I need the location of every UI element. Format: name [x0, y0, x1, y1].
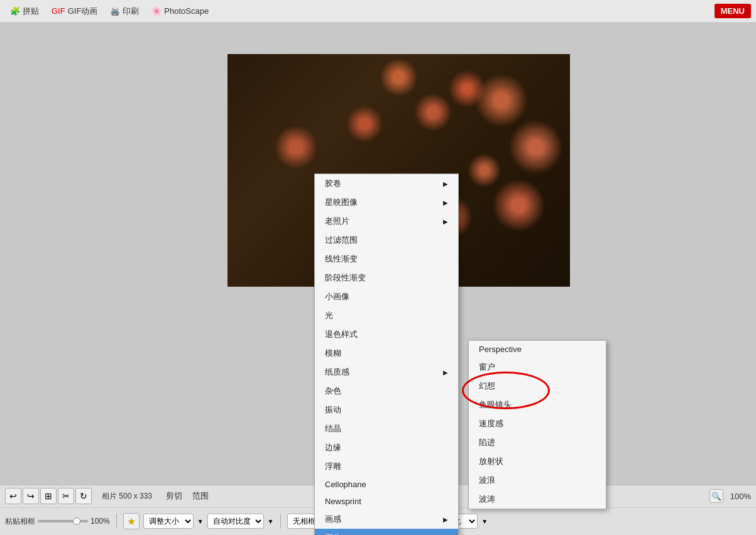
submenu-item-速度感[interactable]: 速度感 — [469, 414, 606, 433]
menu-item-边缘[interactable]: 边缘 — [315, 438, 458, 457]
submenu-item-放射状[interactable]: 放射状 — [469, 452, 606, 471]
action-icons: ↩ ↪ ⊞ ✂ ↻ — [5, 488, 92, 504]
separator2 — [280, 514, 281, 529]
menu-item-光[interactable]: 光 — [315, 306, 458, 325]
menu-item-老照片[interactable]: 老照片 ▶ — [315, 212, 458, 231]
gif-icon: GIF — [52, 6, 65, 16]
menu-item-newsprint[interactable]: Newsprint — [315, 493, 458, 510]
zoom-out-button[interactable]: 🔍 — [709, 489, 723, 503]
arrow-icon: ▶ — [443, 369, 448, 376]
auto-contrast-select[interactable]: 自动对比度 — [207, 514, 264, 529]
zoom-percent: 100% — [726, 492, 751, 501]
submenu-item-幻想[interactable]: 幻想 — [469, 377, 606, 395]
menu-item-杂色[interactable]: 杂色 — [315, 382, 458, 400]
menu-item-歪曲[interactable]: 歪曲 ▶ — [315, 529, 458, 535]
photo-info: 相片 500 x 333 — [94, 491, 160, 502]
submenu-item-鱼眼镜头[interactable]: 鱼眼镜头 — [469, 395, 606, 414]
adjust-size-select[interactable]: 调整大小 — [143, 514, 194, 529]
menu-item-画感[interactable]: 画感 ▶ — [315, 510, 458, 529]
star-icon: ★ — [127, 516, 136, 527]
menu-item-胶卷[interactable]: 胶卷 ▶ — [315, 174, 458, 193]
menu-item-cellophane[interactable]: Cellophane — [315, 476, 458, 493]
photoscape-icon: 🌸 — [151, 6, 162, 16]
menu-item-模糊[interactable]: 模糊 — [315, 344, 458, 363]
submenu-item-窗户[interactable]: 窗户 — [469, 358, 606, 377]
redo-button[interactable]: ↪ — [23, 488, 39, 504]
slider-thumb — [73, 517, 80, 525]
nav-photoscape[interactable]: 🌸 PhotoScape — [146, 4, 214, 18]
range-label: 范围 — [189, 490, 212, 502]
nav-print[interactable]: 🖨️ 印刷 — [105, 3, 144, 19]
star-button[interactable]: ★ — [123, 513, 140, 529]
main-context-menu: 胶卷 ▶ 星映图像 ▶ 老照片 ▶ 过滤范围 线性渐变 阶段性渐变 小画像 光 … — [314, 174, 459, 535]
nav-gif[interactable]: GIF GIF动画 — [47, 3, 102, 19]
arrow-icon: ▶ — [443, 180, 448, 187]
menu-item-结晶[interactable]: 结晶 — [315, 419, 458, 438]
menu-item-浮雕[interactable]: 浮雕 — [315, 457, 458, 476]
submenu-item-波浪[interactable]: 波浪 — [469, 471, 606, 490]
menu-item-退色样式[interactable]: 退色样式 — [315, 325, 458, 344]
menu-button[interactable]: MENU — [715, 4, 751, 18]
opacity-value: 100% — [90, 517, 110, 526]
submenu-item-perspective[interactable]: Perspective — [469, 341, 606, 358]
submenu-item-波涛[interactable]: 波涛 — [469, 490, 606, 509]
paste-label: 粘贴相框 — [5, 516, 35, 527]
opacity-slider[interactable] — [38, 520, 88, 522]
undo-button[interactable]: ↩ — [5, 488, 21, 504]
cut-label: 剪切 — [162, 490, 186, 502]
nav-collage[interactable]: 🧩 拼贴 — [5, 3, 44, 19]
separator — [116, 514, 117, 529]
arrow-icon: ▶ — [443, 199, 448, 206]
zoom-area: 🔍 100% — [709, 489, 751, 503]
menu-item-小画像[interactable]: 小画像 — [315, 287, 458, 306]
copy-button[interactable]: ⊞ — [40, 488, 57, 504]
menu-item-过滤范围[interactable]: 过滤范围 — [315, 231, 458, 250]
arrow-icon: ▶ — [443, 218, 448, 225]
print-icon: 🖨️ — [110, 6, 120, 16]
collage-icon: 🧩 — [10, 6, 20, 16]
menu-item-线性渐变[interactable]: 线性渐变 — [315, 250, 458, 268]
refresh-button[interactable]: ↻ — [75, 488, 92, 504]
arrow-icon: ▶ — [443, 516, 448, 523]
top-bar: 🧩 拼贴 GIF GIF动画 🖨️ 印刷 🌸 PhotoScape MENU — [0, 0, 756, 23]
menu-item-星映图像[interactable]: 星映图像 ▶ — [315, 193, 458, 212]
menu-item-阶段性渐变[interactable]: 阶段性渐变 — [315, 268, 458, 287]
opacity-slider-container: 粘贴相框 100% — [5, 516, 110, 527]
menu-item-振动[interactable]: 振动 — [315, 400, 458, 419]
wanqu-submenu: Perspective 窗户 幻想 鱼眼镜头 速度感 陷进 放射状 波浪 波涛 — [468, 340, 606, 509]
main-area: 胶卷 ▶ 星映图像 ▶ 老照片 ▶ 过滤范围 线性渐变 阶段性渐变 小画像 光 … — [0, 23, 756, 485]
submenu-item-陷进[interactable]: 陷进 — [469, 433, 606, 452]
scissors-button[interactable]: ✂ — [58, 488, 74, 504]
menu-item-纸质感[interactable]: 纸质感 ▶ — [315, 363, 458, 382]
magnify-icon: 🔍 — [711, 492, 721, 501]
